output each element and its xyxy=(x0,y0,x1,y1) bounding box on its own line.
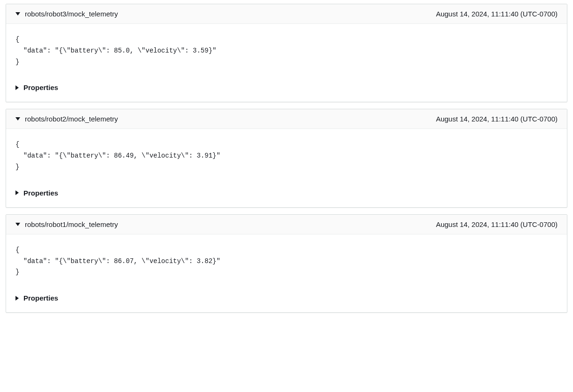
payload: { "data": "{\"battery\": 86.07, \"veloci… xyxy=(15,245,558,278)
properties-label: Properties xyxy=(23,189,58,197)
payload: { "data": "{\"battery\": 85.0, \"velocit… xyxy=(15,34,558,68)
topic-name: robots/robot3/mock_telemetry xyxy=(25,10,118,18)
message-body: { "data": "{\"battery\": 85.0, \"velocit… xyxy=(6,24,567,102)
caret-down-icon xyxy=(15,12,20,15)
message-body: { "data": "{\"battery\": 86.07, \"veloci… xyxy=(6,234,567,312)
caret-down-icon xyxy=(15,223,20,226)
message-header[interactable]: robots/robot3/mock_telemetry August 14, … xyxy=(6,4,567,24)
timestamp: August 14, 2024, 11:11:40 (UTC-0700) xyxy=(436,10,558,18)
message-card: robots/robot1/mock_telemetry August 14, … xyxy=(6,214,567,313)
header-left: robots/robot3/mock_telemetry xyxy=(15,10,118,18)
message-body: { "data": "{\"battery\": 86.49, \"veloci… xyxy=(6,129,567,207)
properties-toggle[interactable]: Properties xyxy=(15,292,558,304)
properties-label: Properties xyxy=(23,294,58,302)
timestamp: August 14, 2024, 11:11:40 (UTC-0700) xyxy=(436,115,558,123)
topic-name: robots/robot1/mock_telemetry xyxy=(25,220,118,228)
topic-name: robots/robot2/mock_telemetry xyxy=(25,115,118,123)
caret-right-icon xyxy=(15,296,19,301)
caret-right-icon xyxy=(15,85,19,90)
message-card: robots/robot3/mock_telemetry August 14, … xyxy=(6,4,567,102)
properties-toggle[interactable]: Properties xyxy=(15,82,558,93)
header-left: robots/robot2/mock_telemetry xyxy=(15,115,118,123)
header-left: robots/robot1/mock_telemetry xyxy=(15,220,118,228)
properties-toggle[interactable]: Properties xyxy=(15,187,558,199)
timestamp: August 14, 2024, 11:11:40 (UTC-0700) xyxy=(436,220,558,228)
message-header[interactable]: robots/robot2/mock_telemetry August 14, … xyxy=(6,109,567,129)
properties-label: Properties xyxy=(23,83,58,91)
payload: { "data": "{\"battery\": 86.49, \"veloci… xyxy=(15,139,558,173)
caret-down-icon xyxy=(15,117,20,121)
message-card: robots/robot2/mock_telemetry August 14, … xyxy=(6,109,567,207)
caret-right-icon xyxy=(15,190,19,195)
message-header[interactable]: robots/robot1/mock_telemetry August 14, … xyxy=(6,215,567,234)
